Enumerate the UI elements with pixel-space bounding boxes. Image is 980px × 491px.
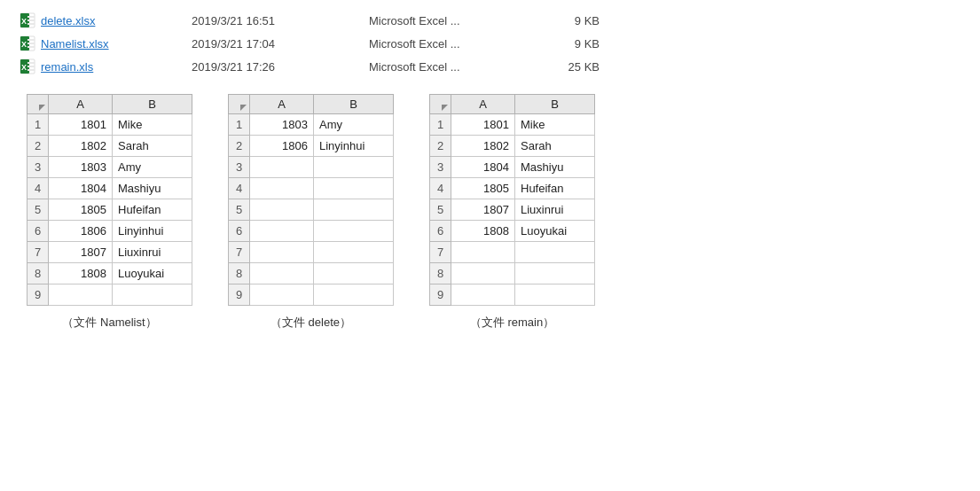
file-type: Microsoft Excel ... — [369, 60, 529, 74]
row-number: 1 — [27, 114, 49, 136]
corner-cell — [27, 95, 49, 114]
cell-b[interactable]: Amy — [113, 157, 192, 178]
cell-b[interactable]: Mike — [113, 114, 192, 136]
cell-a[interactable]: 1804 — [451, 157, 515, 178]
cell-b[interactable]: Sarah — [113, 136, 192, 157]
cell-a[interactable]: 1804 — [49, 178, 113, 199]
cell-a[interactable]: 1801 — [49, 114, 113, 136]
cell-b[interactable] — [515, 284, 595, 306]
svg-text:X: X — [21, 40, 27, 49]
cell-b[interactable]: Hufeifan — [113, 199, 192, 221]
cell-a[interactable] — [451, 242, 515, 263]
row-number: 6 — [27, 221, 49, 242]
cell-a[interactable]: 1807 — [49, 242, 113, 263]
file-date: 2019/3/21 17:26 — [192, 60, 369, 74]
cell-a[interactable] — [250, 221, 314, 242]
cell-a[interactable] — [250, 178, 314, 199]
cell-a[interactable] — [451, 263, 515, 284]
svg-rect-16 — [27, 66, 35, 67]
spreadsheet: AB11803Amy21806Linyinhui3456789 — [228, 94, 394, 306]
table-row: 11801Mike — [27, 114, 192, 136]
cell-b[interactable] — [314, 221, 394, 242]
file-name[interactable]: Namelist.xlsx — [41, 37, 192, 51]
row-number: 3 — [229, 157, 250, 178]
svg-rect-11 — [27, 46, 35, 48]
table-row: 9 — [27, 284, 192, 306]
cell-b[interactable]: Liuxinrui — [113, 242, 192, 263]
cell-a[interactable]: 1802 — [451, 136, 515, 157]
cell-a[interactable] — [49, 284, 113, 306]
cell-b[interactable]: Mashiyu — [515, 157, 595, 178]
cell-b[interactable]: Liuxinrui — [515, 199, 595, 221]
cell-b[interactable] — [314, 242, 394, 263]
cell-a[interactable] — [250, 284, 314, 306]
file-name[interactable]: delete.xlsx — [41, 14, 192, 27]
cell-a[interactable]: 1805 — [451, 178, 515, 199]
cell-b[interactable] — [314, 199, 394, 221]
table-row: 11803Amy — [229, 114, 394, 136]
cell-a[interactable] — [250, 263, 314, 284]
svg-text:X: X — [21, 63, 27, 72]
file-name[interactable]: remain.xls — [41, 60, 192, 74]
cell-a[interactable]: 1805 — [49, 199, 113, 221]
cell-b[interactable]: Luoyukai — [113, 263, 192, 284]
svg-text:X: X — [21, 17, 27, 26]
cell-a[interactable] — [250, 157, 314, 178]
svg-rect-17 — [27, 69, 35, 71]
table-row: 31804Mashiyu — [430, 157, 595, 178]
cell-a[interactable]: 1807 — [451, 199, 515, 221]
row-number: 7 — [430, 242, 451, 263]
cell-b[interactable] — [515, 263, 595, 284]
table-row: 8 — [430, 263, 595, 284]
cell-a[interactable] — [250, 199, 314, 221]
cell-b[interactable]: Luoyukai — [515, 221, 595, 242]
spreadsheet: AB11801Mike21802Sarah31804Mashiyu41805Hu… — [429, 94, 595, 306]
cell-b[interactable]: Mashiyu — [113, 178, 192, 199]
corner-cell — [229, 95, 250, 114]
row-number: 8 — [229, 263, 250, 284]
cell-a[interactable]: 1801 — [451, 114, 515, 136]
table-row: 4 — [229, 178, 394, 199]
cell-b[interactable] — [314, 157, 394, 178]
row-number: 2 — [27, 136, 49, 157]
row-number: 2 — [430, 136, 451, 157]
cell-b[interactable] — [314, 178, 394, 199]
cell-a[interactable]: 1806 — [250, 136, 314, 157]
cell-a[interactable]: 1802 — [49, 136, 113, 157]
table-row: 21806Linyinhui — [229, 136, 394, 157]
row-number: 3 — [430, 157, 451, 178]
cell-a[interactable]: 1803 — [49, 157, 113, 178]
cell-a[interactable] — [250, 242, 314, 263]
row-number: 7 — [27, 242, 49, 263]
excel-icon: X — [18, 11, 37, 30]
cell-b[interactable] — [515, 242, 595, 263]
cell-b[interactable]: Linyinhui — [113, 221, 192, 242]
cell-a[interactable]: 1808 — [451, 221, 515, 242]
row-number: 5 — [430, 199, 451, 221]
cell-b[interactable]: Hufeifan — [515, 178, 595, 199]
row-number: 1 — [229, 114, 250, 136]
file-type: Microsoft Excel ... — [369, 37, 529, 51]
file-list: X delete.xlsx 2019/3/21 16:51 Microsoft … — [18, 9, 962, 78]
table-row: 81808Luoyukai — [27, 263, 192, 284]
col-header-a: A — [49, 95, 113, 114]
spreadsheet-wrapper: AB11803Amy21806Linyinhui3456789（文件 delet… — [228, 94, 394, 331]
spreadsheet-caption: （文件 remain） — [470, 315, 554, 331]
cell-b[interactable] — [314, 284, 394, 306]
cell-b[interactable] — [113, 284, 192, 306]
file-row: X remain.xls 2019/3/21 17:26 Microsoft E… — [18, 55, 962, 78]
cell-b[interactable]: Amy — [314, 114, 394, 136]
file-date: 2019/3/21 17:04 — [192, 37, 369, 51]
cell-b[interactable]: Sarah — [515, 136, 595, 157]
cell-b[interactable] — [314, 263, 394, 284]
cell-a[interactable] — [451, 284, 515, 306]
row-number: 4 — [27, 178, 49, 199]
svg-rect-9 — [27, 39, 35, 41]
cell-a[interactable]: 1806 — [49, 221, 113, 242]
cell-b[interactable]: Mike — [515, 114, 595, 136]
cell-a[interactable]: 1803 — [250, 114, 314, 136]
table-row: 21802Sarah — [430, 136, 595, 157]
cell-a[interactable]: 1808 — [49, 263, 113, 284]
svg-rect-15 — [27, 62, 35, 64]
cell-b[interactable]: Linyinhui — [314, 136, 394, 157]
